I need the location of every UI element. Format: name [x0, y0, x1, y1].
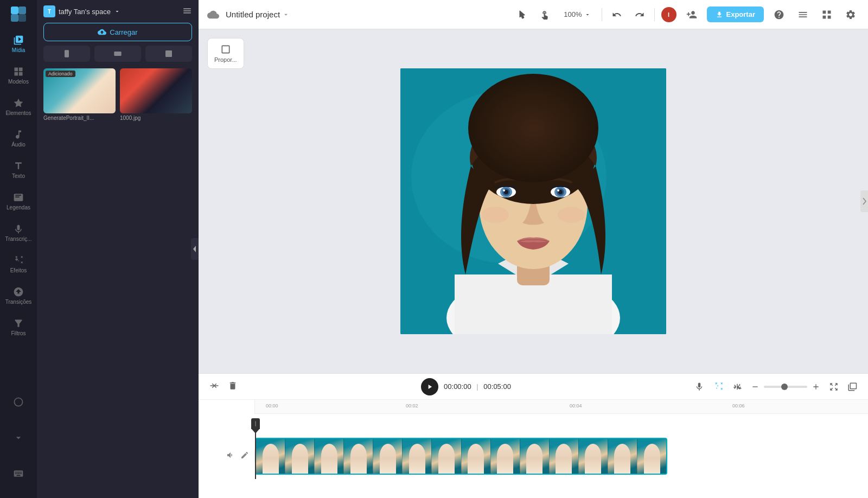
sidebar-item-texto[interactable]: Texto [2, 155, 35, 185]
ruler-mark-2: 00:04 [570, 403, 582, 408]
format-buttons [43, 46, 192, 62]
magic-cut-btn[interactable] [711, 379, 726, 394]
track-controls-spacer [199, 400, 255, 414]
zoom-in-btn[interactable] [809, 380, 822, 393]
zoom-out-btn[interactable] [749, 380, 762, 393]
workspace-header: T taffy Tan's space [37, 0, 199, 23]
zoom-thumb[interactable] [781, 384, 788, 390]
zoom-selector[interactable]: 100% [559, 8, 595, 21]
workspace-avatar: T [43, 5, 55, 17]
user-avatar: I [661, 7, 676, 22]
icon-sidebar: Mídia Modelos Elementos Áudio Texto Lege… [0, 0, 37, 498]
film-frame [637, 439, 666, 474]
microphone-btn[interactable] [692, 380, 706, 394]
help-button[interactable] [770, 7, 788, 22]
sidebar-item-filtros[interactable]: Filtros [2, 312, 35, 342]
split-at-playhead-btn[interactable] [730, 380, 744, 394]
sidebar-item-transcricao[interactable]: Transcriç... [2, 218, 35, 248]
current-time-display: 00:00:00 | 00:05:00 [444, 382, 511, 391]
film-frame [608, 439, 637, 474]
media-thumb-1[interactable]: Adicionado [43, 68, 116, 113]
svg-rect-3 [18, 14, 26, 22]
film-frame [491, 439, 520, 474]
sidebar-item-legendas[interactable]: Legendas [2, 186, 35, 216]
hand-tool-btn[interactable] [537, 8, 553, 22]
fullscreen-btn[interactable] [845, 380, 859, 394]
sidebar-item-chevron[interactable] [2, 423, 35, 453]
play-pause-button[interactable] [421, 378, 438, 395]
svg-rect-1 [18, 7, 26, 14]
add-user-button[interactable] [683, 7, 700, 22]
topbar-divider-2 [654, 8, 655, 21]
panel-collapse-button[interactable] [191, 238, 199, 260]
svg-point-25 [558, 207, 585, 223]
media-thumb-2[interactable] [120, 68, 192, 113]
svg-point-18 [503, 189, 505, 191]
timeline-ruler: 00:00 00:02 00:04 00:06 [255, 400, 868, 414]
zoom-track[interactable] [764, 386, 807, 388]
canvas-area: Propor... [199, 29, 868, 373]
format-square-btn[interactable] [145, 46, 192, 62]
film-frame [432, 439, 461, 474]
playhead-triangle [252, 429, 259, 433]
main-area: Untitled project 100% I Exporta [199, 0, 868, 498]
project-name[interactable]: Untitled project [226, 10, 290, 19]
gear-button[interactable] [842, 7, 859, 22]
format-portrait-btn[interactable] [43, 46, 90, 62]
media-item-1[interactable]: Adicionado GeneratePortrait_II... [43, 68, 116, 121]
menu-icon[interactable] [182, 6, 192, 17]
sidebar-item-modelos[interactable]: Modelos [2, 60, 35, 91]
added-badge: Adicionado [46, 71, 75, 77]
sidebar-item-elementos[interactable]: Elementos [2, 92, 35, 122]
redo-button[interactable] [631, 8, 648, 22]
svg-rect-2 [11, 14, 18, 22]
playhead[interactable] [255, 418, 256, 479]
right-panel-collapse[interactable] [860, 190, 868, 212]
delete-clip-btn[interactable] [226, 379, 240, 394]
film-frame [462, 439, 491, 474]
film-frame [520, 439, 550, 474]
playhead-handle[interactable] [251, 418, 260, 429]
film-frame [344, 439, 373, 474]
mute-btn[interactable] [225, 450, 236, 462]
layout-button[interactable] [818, 7, 835, 22]
undo-button[interactable] [609, 8, 625, 22]
video-track-content [255, 433, 868, 479]
track-row [199, 414, 868, 498]
timeline-playback-center: 00:00:00 | 00:05:00 [246, 378, 686, 395]
workspace-selector[interactable]: T taffy Tan's space [43, 5, 120, 17]
split-tool-btn[interactable] [207, 379, 221, 394]
svg-point-24 [482, 207, 509, 223]
film-frame [373, 439, 403, 474]
media-item-2[interactable]: 1000.jpg [120, 68, 192, 121]
media-filename-2: 1000.jpg [120, 115, 192, 121]
sidebar-item-efeitos[interactable]: Efeitos [2, 249, 35, 279]
sidebar-item-transicoes[interactable]: Transições [2, 280, 35, 311]
app-logo [9, 4, 28, 24]
svg-rect-6 [165, 50, 172, 57]
media-filename-1: GeneratePortrait_II... [43, 115, 116, 121]
svg-point-13 [471, 106, 596, 204]
fit-to-screen-btn[interactable] [827, 380, 841, 394]
film-frame [550, 439, 579, 474]
sidebar-item-audio[interactable]: Áudio [2, 123, 35, 154]
select-tool-btn[interactable] [514, 8, 530, 22]
cloud-save-icon [207, 9, 219, 21]
film-frame [579, 439, 608, 474]
proportion-label: Propor... [214, 56, 237, 63]
sidebar-item-midia[interactable]: Mídia [2, 29, 35, 59]
proportion-button[interactable]: Propor... [207, 38, 244, 69]
sidebar-item-shape[interactable] [2, 387, 35, 417]
video-clip[interactable] [255, 438, 667, 475]
timeline-controls-bar: 00:00:00 | 00:05:00 [199, 374, 868, 400]
timeline-ruler-row: 00:00 00:02 00:04 00:06 [199, 400, 868, 414]
format-landscape-btn[interactable] [94, 46, 141, 62]
svg-rect-4 [65, 50, 69, 57]
edit-track-btn[interactable] [239, 450, 250, 462]
ruler-mark-1: 00:02 [406, 403, 418, 408]
sidebar-item-keyboard[interactable] [2, 458, 35, 489]
export-button[interactable]: Exportar [707, 7, 764, 22]
settings-list-button[interactable] [794, 7, 812, 22]
upload-button[interactable]: Carregar [43, 23, 192, 41]
timeline-tracks-container: 00:00 00:02 00:04 00:06 [199, 400, 868, 498]
